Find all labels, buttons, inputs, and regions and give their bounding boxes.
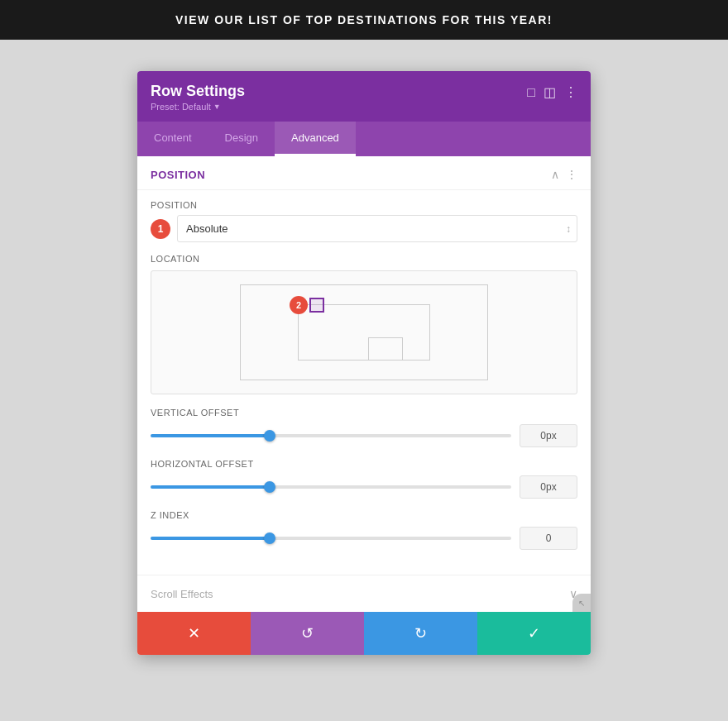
undo-button[interactable]: ↺ bbox=[251, 612, 364, 655]
collapse-icon[interactable]: ∧ bbox=[551, 168, 559, 181]
position-select-wrapper: Default Absolute Fixed Relative Static ↕ bbox=[177, 215, 577, 242]
vertical-offset-section: Vertical Offset bbox=[151, 408, 577, 447]
tab-content[interactable]: Content bbox=[137, 122, 208, 156]
position-select-row: 1 Default Absolute Fixed Relative Static… bbox=[151, 215, 577, 242]
vertical-offset-thumb[interactable] bbox=[264, 430, 275, 442]
tab-advanced[interactable]: Advanced bbox=[275, 122, 356, 156]
location-grid-container[interactable]: 2 bbox=[151, 270, 577, 394]
panel-header: Row Settings Preset: Default ▼ □ ◫ ⋮ bbox=[137, 71, 591, 122]
banner-text: VIEW OUR LIST OF TOP DESTINATIONS FOR TH… bbox=[175, 13, 553, 26]
resize-handle[interactable]: ↖ bbox=[572, 594, 591, 612]
cancel-button[interactable]: ✕ bbox=[137, 612, 251, 655]
location-label: Location bbox=[151, 254, 577, 264]
location-selected-box[interactable] bbox=[309, 298, 324, 313]
position-section-title: Position bbox=[151, 169, 205, 181]
panel-header-left: Row Settings Preset: Default ▼ bbox=[151, 83, 245, 112]
layout-icon[interactable]: ◫ bbox=[544, 84, 556, 100]
copy-icon[interactable]: □ bbox=[527, 85, 535, 100]
vertical-offset-track[interactable] bbox=[151, 434, 511, 437]
z-index-label: Z Index bbox=[151, 510, 577, 520]
position-form: Position 1 Default Absolute Fixed Relati… bbox=[137, 190, 591, 575]
row-settings-panel: Row Settings Preset: Default ▼ □ ◫ ⋮ Con… bbox=[137, 71, 591, 655]
more-options-icon[interactable]: ⋮ bbox=[564, 84, 577, 100]
horizontal-offset-input[interactable] bbox=[520, 475, 577, 499]
preset-arrow: ▼ bbox=[213, 103, 221, 111]
scroll-effects-section[interactable]: Scroll Effects ∨ bbox=[137, 575, 591, 612]
vertical-offset-fill bbox=[151, 434, 270, 437]
z-index-fill bbox=[151, 537, 270, 540]
horizontal-offset-row bbox=[151, 475, 577, 499]
location-grid: 2 bbox=[240, 284, 488, 380]
vertical-offset-input[interactable] bbox=[520, 424, 577, 447]
position-section: Position ∧ ⋮ Position 1 D bbox=[137, 156, 591, 575]
z-index-section: Z Index bbox=[151, 510, 577, 550]
action-bar: ✕ ↺ ↻ ✓ bbox=[137, 612, 591, 655]
confirm-button[interactable]: ✓ bbox=[477, 612, 591, 655]
badge2-container: 2 bbox=[290, 296, 324, 314]
panel-header-right: □ ◫ ⋮ bbox=[527, 84, 577, 100]
top-banner: VIEW OUR LIST OF TOP DESTINATIONS FOR TH… bbox=[0, 0, 728, 40]
z-index-thumb[interactable] bbox=[264, 532, 275, 544]
position-section-header: Position ∧ ⋮ bbox=[137, 156, 591, 190]
main-area: Row Settings Preset: Default ▼ □ ◫ ⋮ Con… bbox=[0, 40, 728, 721]
vertical-offset-label: Vertical Offset bbox=[151, 408, 577, 418]
horizontal-offset-label: Horizontal Offset bbox=[151, 459, 577, 469]
tab-design[interactable]: Design bbox=[208, 122, 275, 156]
resize-icon: ↖ bbox=[578, 599, 585, 608]
z-index-input[interactable] bbox=[520, 527, 577, 550]
position-select[interactable]: Default Absolute Fixed Relative Static bbox=[177, 215, 577, 242]
scroll-effects-title: Scroll Effects bbox=[151, 588, 213, 600]
horizontal-offset-thumb[interactable] bbox=[264, 481, 275, 493]
horizontal-offset-track[interactable] bbox=[151, 485, 511, 489]
tabs-bar: Content Design Advanced bbox=[137, 122, 591, 156]
section-controls: ∧ ⋮ bbox=[551, 168, 577, 181]
z-index-track[interactable] bbox=[151, 537, 511, 540]
position-field-label: Position bbox=[151, 200, 577, 210]
panel-title: Row Settings bbox=[151, 83, 245, 100]
badge-1: 1 bbox=[151, 219, 170, 239]
panel-preset[interactable]: Preset: Default ▼ bbox=[151, 102, 245, 112]
horizontal-offset-fill bbox=[151, 485, 270, 489]
redo-button[interactable]: ↻ bbox=[364, 612, 477, 655]
z-index-row bbox=[151, 527, 577, 550]
grid-box-br bbox=[368, 337, 403, 360]
vertical-offset-row bbox=[151, 424, 577, 447]
section-more-icon[interactable]: ⋮ bbox=[566, 168, 577, 181]
panel-body: Position ∧ ⋮ Position 1 D bbox=[137, 156, 591, 612]
badge-2: 2 bbox=[290, 296, 308, 314]
horizontal-offset-section: Horizontal Offset bbox=[151, 459, 577, 499]
